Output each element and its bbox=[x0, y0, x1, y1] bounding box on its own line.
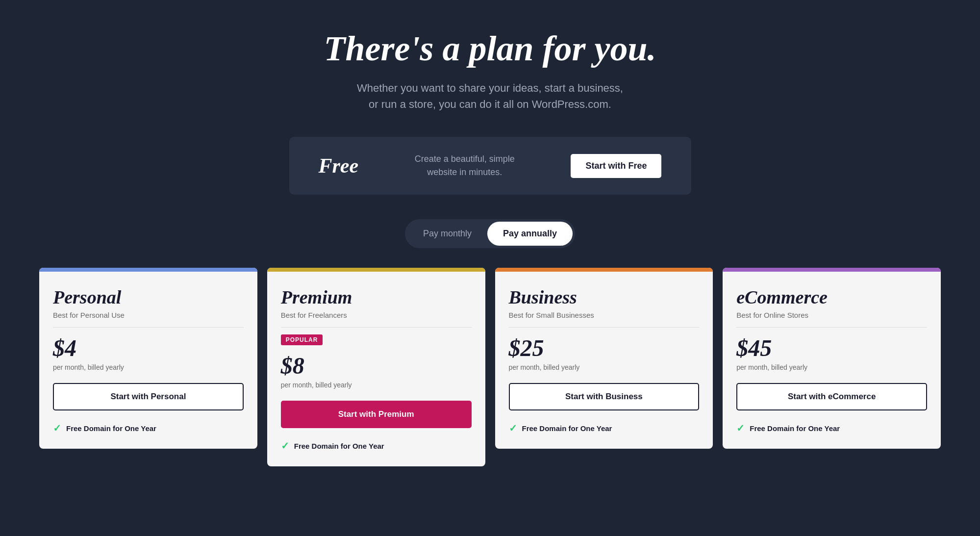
plan-feature-premium: ✓ Free Domain for One Year bbox=[281, 440, 472, 452]
plan-top-bar-business bbox=[495, 268, 713, 272]
plan-top-bar-ecommerce bbox=[723, 268, 941, 272]
plan-card-business: Business Best for Small Businesses $25 p… bbox=[495, 268, 713, 449]
start-with-free-button[interactable]: Start with Free bbox=[571, 154, 661, 178]
plan-feature-text-ecommerce: Free Domain for One Year bbox=[750, 424, 840, 433]
plan-name-premium: Premium bbox=[281, 286, 472, 308]
popular-badge: POPULAR bbox=[281, 334, 323, 345]
plan-feature-text-personal: Free Domain for One Year bbox=[66, 424, 156, 433]
free-plan-desc-line2: website in minutes. bbox=[427, 167, 502, 177]
plan-tagline-ecommerce: Best for Online Stores bbox=[736, 311, 927, 319]
billing-toggle: Pay monthly Pay annually bbox=[39, 219, 941, 248]
plan-card-premium: Premium Best for Freelancers POPULAR $8 … bbox=[267, 268, 485, 466]
start-with-ecommerce-button[interactable]: Start with eCommerce bbox=[736, 383, 927, 410]
plan-feature-text-business: Free Domain for One Year bbox=[522, 424, 612, 433]
plan-card-personal: Personal Best for Personal Use $4 per mo… bbox=[39, 268, 257, 449]
plan-price-ecommerce: $45 bbox=[736, 334, 927, 361]
billing-toggle-inner: Pay monthly Pay annually bbox=[405, 219, 575, 248]
start-with-premium-button[interactable]: Start with Premium bbox=[281, 401, 472, 428]
hero-section: There's a plan for you. Whether you want… bbox=[39, 29, 941, 112]
pay-monthly-button[interactable]: Pay monthly bbox=[407, 222, 487, 246]
plans-grid: Personal Best for Personal Use $4 per mo… bbox=[39, 268, 941, 466]
check-icon: ✓ bbox=[736, 422, 745, 434]
plan-period-business: per month, billed yearly bbox=[509, 363, 700, 371]
plan-tagline-premium: Best for Freelancers bbox=[281, 311, 472, 319]
hero-subtitle: Whether you want to share your ideas, st… bbox=[39, 80, 941, 112]
plan-tagline-business: Best for Small Businesses bbox=[509, 311, 700, 319]
plan-tagline-personal: Best for Personal Use bbox=[53, 311, 244, 319]
plan-name-personal: Personal bbox=[53, 286, 244, 308]
start-with-personal-button[interactable]: Start with Personal bbox=[53, 383, 244, 410]
hero-subtitle-line2: or run a store, you can do it all on Wor… bbox=[369, 98, 611, 110]
plan-top-bar-personal bbox=[39, 268, 257, 272]
free-plan-description: Create a beautiful, simple website in mi… bbox=[415, 153, 515, 179]
plan-price-personal: $4 bbox=[53, 334, 244, 361]
hero-title: There's a plan for you. bbox=[39, 29, 941, 68]
plan-feature-ecommerce: ✓ Free Domain for One Year bbox=[736, 422, 927, 434]
plan-period-ecommerce: per month, billed yearly bbox=[736, 363, 927, 371]
plan-price-business: $25 bbox=[509, 334, 700, 361]
plan-name-business: Business bbox=[509, 286, 700, 308]
start-with-business-button[interactable]: Start with Business bbox=[509, 383, 700, 410]
free-plan-name: Free bbox=[319, 154, 359, 178]
free-plan-banner: Free Create a beautiful, simple website … bbox=[289, 137, 691, 195]
plan-period-premium: per month, billed yearly bbox=[281, 381, 472, 389]
plan-top-bar-premium bbox=[267, 268, 485, 272]
plan-name-ecommerce: eCommerce bbox=[736, 286, 927, 308]
plan-feature-text-premium: Free Domain for One Year bbox=[294, 442, 384, 450]
plan-feature-personal: ✓ Free Domain for One Year bbox=[53, 422, 244, 434]
pay-annually-button[interactable]: Pay annually bbox=[487, 222, 573, 246]
plan-price-premium: $8 bbox=[281, 352, 472, 379]
plan-period-personal: per month, billed yearly bbox=[53, 363, 244, 371]
plan-card-ecommerce: eCommerce Best for Online Stores $45 per… bbox=[723, 268, 941, 449]
check-icon: ✓ bbox=[509, 422, 517, 434]
check-icon: ✓ bbox=[53, 422, 61, 434]
hero-subtitle-line1: Whether you want to share your ideas, st… bbox=[357, 82, 623, 94]
check-icon: ✓ bbox=[281, 440, 289, 452]
plan-feature-business: ✓ Free Domain for One Year bbox=[509, 422, 700, 434]
free-plan-desc-line1: Create a beautiful, simple bbox=[415, 154, 515, 164]
